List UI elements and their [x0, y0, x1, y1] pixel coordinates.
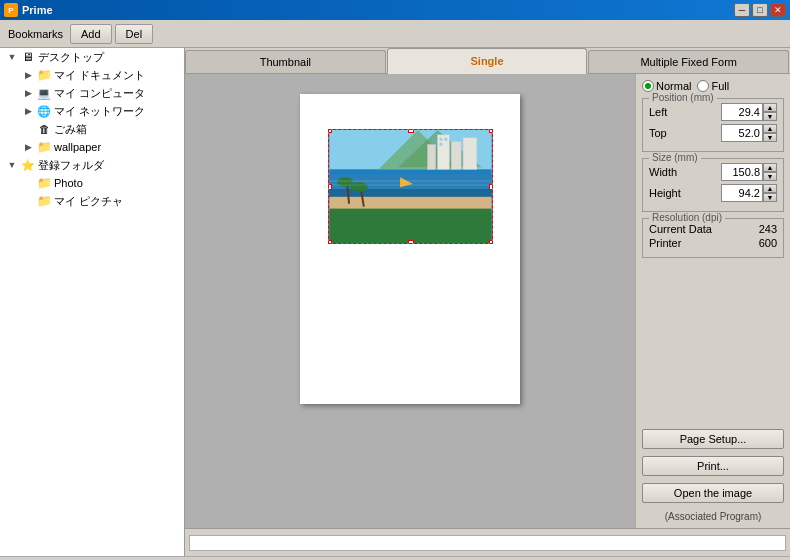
- resize-handle-ml[interactable]: [328, 184, 332, 190]
- resize-handle-br[interactable]: [489, 240, 493, 244]
- folder-icon-photo: 📁: [36, 175, 52, 191]
- position-top-spinner: ▲ ▼: [721, 124, 777, 142]
- tree-item-mycomputer[interactable]: ▶ 💻 マイ コンピュータ: [0, 84, 184, 102]
- size-width-input[interactable]: [721, 163, 763, 181]
- title-bar: P Prime ─ □ ✕: [0, 0, 790, 20]
- app-icon: P: [4, 3, 18, 17]
- svg-rect-8: [438, 135, 450, 169]
- tree-item-photo[interactable]: 📁 Photo: [0, 174, 184, 192]
- tree-label-bookmarks: 登録フォルダ: [38, 158, 104, 173]
- maximize-button[interactable]: □: [752, 3, 768, 17]
- position-group-title: Position (mm): [649, 92, 717, 103]
- settings-panel: Normal Full Position (mm) Left: [635, 74, 790, 528]
- tab-single[interactable]: Single: [387, 48, 588, 74]
- tree-item-trash[interactable]: 🗑 ごみ箱: [0, 120, 184, 138]
- svg-rect-13: [444, 138, 447, 141]
- svg-rect-11: [428, 145, 436, 170]
- size-height-row: Height ▲ ▼: [649, 184, 777, 202]
- open-image-note: (Associated Program): [642, 511, 784, 522]
- resize-handle-tr[interactable]: [489, 129, 493, 133]
- size-width-spinner-btns: ▲ ▼: [763, 163, 777, 181]
- close-button[interactable]: ✕: [770, 3, 786, 17]
- folder-icon-mydoc: 📁: [36, 67, 52, 83]
- add-button[interactable]: Add: [70, 24, 112, 44]
- page-preview: [300, 94, 520, 404]
- resize-handle-mr[interactable]: [489, 184, 493, 190]
- print-button[interactable]: Print...: [642, 456, 784, 476]
- right-panel: Thumbnail Single Multiple Fixed Form: [185, 48, 790, 556]
- progress-bar: [189, 535, 786, 551]
- radio-full-label: Full: [711, 80, 729, 92]
- size-width-spinner: ▲ ▼: [721, 163, 777, 181]
- tree-toggle-mycomputer[interactable]: ▶: [20, 85, 36, 101]
- size-width-down[interactable]: ▼: [763, 172, 777, 181]
- radio-full[interactable]: Full: [697, 80, 729, 92]
- position-group: Position (mm) Left ▲ ▼ Top: [642, 98, 784, 152]
- svg-rect-5: [329, 209, 491, 243]
- tree-item-mypictures[interactable]: 📁 マイ ピクチャ: [0, 192, 184, 210]
- resolution-group: Resolution (dpi) Current Data 243 Printe…: [642, 218, 784, 258]
- status-bar: [185, 528, 790, 556]
- star-folder-icon: ⭐: [20, 157, 36, 173]
- trash-icon: 🗑: [36, 121, 52, 137]
- title-bar-title: P Prime: [4, 3, 53, 17]
- size-width-up[interactable]: ▲: [763, 163, 777, 172]
- resolution-printer-label: Printer: [649, 237, 681, 249]
- tab-thumbnail[interactable]: Thumbnail: [185, 50, 386, 73]
- tree-toggle-mypictures: [20, 193, 36, 209]
- title-bar-controls: ─ □ ✕: [734, 3, 786, 17]
- tree-label-mypictures: マイ ピクチャ: [54, 194, 123, 209]
- position-top-up[interactable]: ▲: [763, 124, 777, 133]
- svg-rect-14: [439, 143, 442, 146]
- tree-item-mynetwork[interactable]: ▶ 🌐 マイ ネットワーク: [0, 102, 184, 120]
- tree-toggle-wallpaper[interactable]: ▶: [20, 139, 36, 155]
- minimize-button[interactable]: ─: [734, 3, 750, 17]
- tree-toggle-bookmarks[interactable]: ▼: [4, 157, 20, 173]
- resolution-printer-row: Printer 600: [649, 237, 777, 249]
- position-left-input[interactable]: [721, 103, 763, 121]
- radio-normal-label: Normal: [656, 80, 691, 92]
- tree-item-wallpaper[interactable]: ▶ 📁 wallpaper: [0, 138, 184, 156]
- resize-handle-tm[interactable]: [408, 129, 414, 133]
- tree-toggle-desktop[interactable]: ▼: [4, 49, 20, 65]
- tree-label-desktop: デスクトップ: [38, 50, 104, 65]
- image-on-page[interactable]: [328, 129, 493, 244]
- size-width-row: Width ▲ ▼: [649, 163, 777, 181]
- resize-handle-bl[interactable]: [328, 240, 332, 244]
- position-left-down[interactable]: ▼: [763, 112, 777, 121]
- tree-toggle-mynetwork[interactable]: ▶: [20, 103, 36, 119]
- tree-item-bookmarks[interactable]: ▼ ⭐ 登録フォルダ: [0, 156, 184, 174]
- svg-rect-9: [451, 142, 461, 170]
- tree-toggle-trash: [20, 121, 36, 137]
- tree-item-mydoc[interactable]: ▶ 📁 マイ ドキュメント: [0, 66, 184, 84]
- tab-multiple[interactable]: Multiple Fixed Form: [588, 50, 789, 73]
- radio-normal[interactable]: Normal: [642, 80, 691, 92]
- position-left-row: Left ▲ ▼: [649, 103, 777, 121]
- size-height-spinner-btns: ▲ ▼: [763, 184, 777, 202]
- size-height-down[interactable]: ▼: [763, 193, 777, 202]
- position-left-label: Left: [649, 106, 667, 118]
- size-height-input[interactable]: [721, 184, 763, 202]
- open-image-button[interactable]: Open the image: [642, 483, 784, 503]
- del-button[interactable]: Del: [115, 24, 154, 44]
- page-setup-button[interactable]: Page Setup...: [642, 429, 784, 449]
- bottom-toolbar: Options Reload Images Exit Help Ver.: [0, 556, 790, 560]
- resize-handle-bm[interactable]: [408, 240, 414, 244]
- position-top-label: Top: [649, 127, 667, 139]
- tabs-bar: Thumbnail Single Multiple Fixed Form: [185, 48, 790, 74]
- position-left-up[interactable]: ▲: [763, 103, 777, 112]
- computer-icon: 💻: [36, 85, 52, 101]
- position-top-down[interactable]: ▼: [763, 133, 777, 142]
- resize-handle-tl[interactable]: [328, 129, 332, 133]
- view-mode-group: Normal Full: [642, 80, 784, 92]
- position-top-spinner-btns: ▲ ▼: [763, 124, 777, 142]
- network-icon: 🌐: [36, 103, 52, 119]
- resolution-printer-value: 600: [759, 237, 777, 249]
- tree-toggle-mydoc[interactable]: ▶: [20, 67, 36, 83]
- radio-full-circle: [697, 80, 709, 92]
- tree-item-desktop[interactable]: ▼ 🖥 デスクトップ: [0, 48, 184, 66]
- position-top-input[interactable]: [721, 124, 763, 142]
- resolution-current-value: 243: [759, 223, 777, 235]
- size-height-up[interactable]: ▲: [763, 184, 777, 193]
- position-top-row: Top ▲ ▼: [649, 124, 777, 142]
